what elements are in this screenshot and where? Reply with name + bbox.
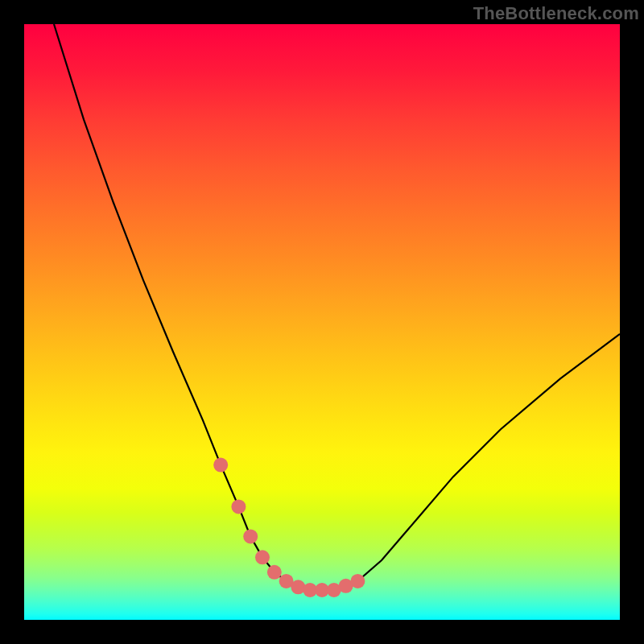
data-marker [350,574,365,588]
chart-svg [24,24,620,620]
data-marker [231,499,246,514]
data-marker [267,565,282,580]
bottleneck-curve [54,24,620,590]
plot-area [24,24,620,620]
chart-frame: TheBottleneck.com [0,0,644,644]
data-marker [255,550,270,564]
marker-group [213,458,365,597]
watermark-text: TheBottleneck.com [473,3,639,24]
data-marker [213,458,228,473]
data-marker [243,529,258,543]
